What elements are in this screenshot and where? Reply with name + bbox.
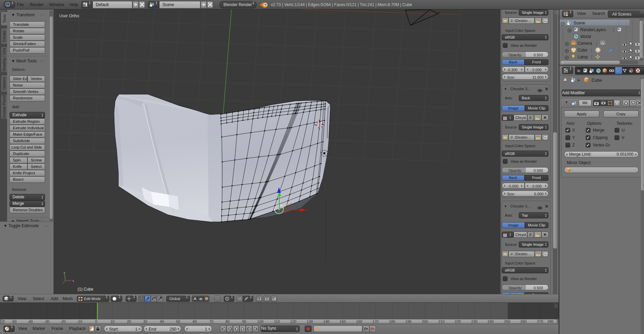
svg-text:x: x [72, 279, 74, 282]
svg-text:y: y [64, 271, 65, 274]
